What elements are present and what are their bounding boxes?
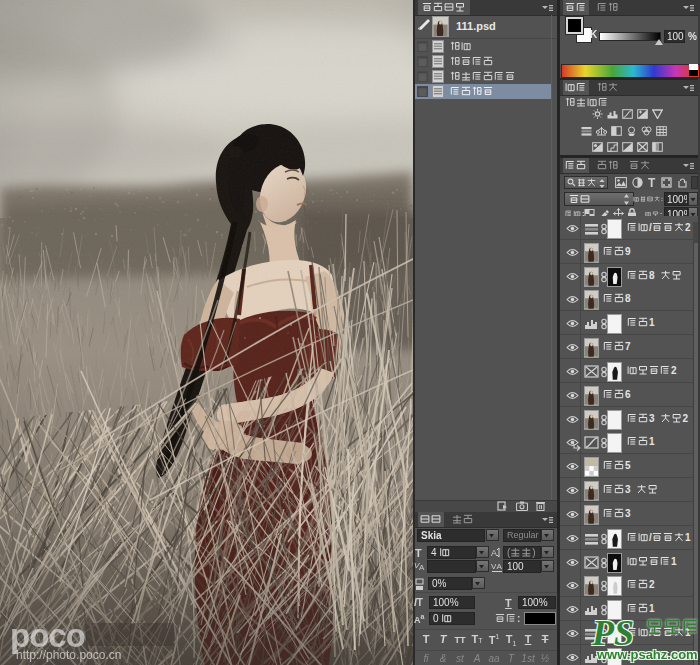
- svg-text:http://photo.poco.cn: http://photo.poco.cn: [16, 648, 121, 662]
- svg-text:1: 1: [685, 532, 691, 543]
- svg-text::: :: [661, 196, 663, 202]
- svg-text:2: 2: [671, 365, 677, 376]
- svg-text:2: 2: [649, 579, 655, 590]
- svg-text:0: 0: [433, 613, 439, 624]
- svg-text:/: /: [649, 532, 652, 543]
- svg-text:1: 1: [671, 556, 677, 567]
- svg-text:9: 9: [625, 246, 631, 257]
- svg-text:Regular: Regular: [507, 530, 539, 540]
- svg-text:1: 1: [649, 603, 655, 614]
- svg-text:7: 7: [625, 341, 631, 352]
- svg-text:3: 3: [625, 508, 631, 519]
- svg-text:0%: 0%: [432, 578, 447, 589]
- svg-text:4: 4: [431, 547, 437, 558]
- svg-text:3: 3: [625, 484, 631, 495]
- svg-text:1: 1: [649, 317, 655, 328]
- svg-text:A: A: [491, 548, 497, 558]
- svg-text:6: 6: [625, 389, 631, 400]
- svg-text:A: A: [497, 562, 503, 571]
- svg-text:1: 1: [649, 436, 655, 447]
- svg-text::: :: [517, 613, 520, 624]
- svg-text:2: 2: [683, 413, 689, 424]
- svg-text:8: 8: [625, 293, 631, 304]
- svg-text:100%: 100%: [522, 597, 548, 608]
- svg-text:): ): [532, 547, 535, 558]
- svg-text:2: 2: [685, 222, 691, 233]
- svg-text:3: 3: [649, 413, 655, 424]
- svg-text:100%: 100%: [433, 597, 459, 608]
- svg-text:5: 5: [625, 460, 631, 471]
- svg-text:Skia: Skia: [421, 530, 442, 541]
- svg-text:/: /: [649, 222, 652, 233]
- svg-text:100: 100: [507, 561, 524, 572]
- svg-text:100: 100: [667, 31, 684, 42]
- svg-text:A: A: [419, 563, 425, 572]
- svg-text:8: 8: [649, 270, 655, 281]
- svg-text:(: (: [507, 547, 511, 558]
- svg-text:100%: 100%: [667, 194, 688, 205]
